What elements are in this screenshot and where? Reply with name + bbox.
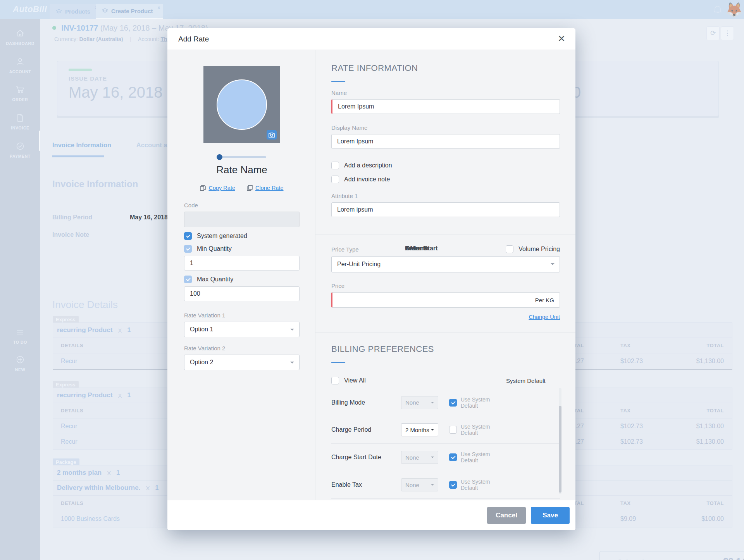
price-input[interactable]: Per KG <box>331 292 560 308</box>
clone-rate-link[interactable]: Clone Rate <box>247 185 284 191</box>
charge-period-select[interactable]: 2 Months <box>401 423 438 436</box>
currency-label: Currency: <box>54 36 78 42</box>
product-name[interactable]: recurring Product <box>57 326 113 334</box>
view-all-row: View All <box>331 377 506 384</box>
product-name[interactable]: recurring Product <box>57 391 113 399</box>
use-system-default-group: Use System Default <box>449 479 506 491</box>
use-system-default-label: Use System Default <box>461 396 506 409</box>
modal-right-column: RATE INFORMATION Name Lorem Ipsum Displa… <box>315 50 575 500</box>
scrollbar-thumb[interactable] <box>559 406 561 493</box>
section-divider <box>315 234 575 234</box>
save-button[interactable]: Save <box>531 507 570 524</box>
user-avatar[interactable]: 🦊 <box>725 1 742 18</box>
more-options-button[interactable]: ⋮ <box>721 26 734 40</box>
close-icon[interactable]: ✕ <box>558 34 565 44</box>
price-unit: Per KG <box>535 297 554 303</box>
rate-image-placeholder[interactable] <box>203 66 280 143</box>
row-tax: $102.73 <box>616 419 674 434</box>
use-system-default-checkbox[interactable] <box>449 481 457 489</box>
sidebar-item-payment[interactable]: PAYMENT <box>0 141 40 159</box>
sidebar-item-label: PAYMENT <box>0 154 40 159</box>
package-item-name[interactable]: Delivery within Melbourne. <box>57 484 140 492</box>
notifications-bell-icon[interactable] <box>712 5 723 16</box>
person-icon <box>15 57 25 67</box>
slider-handle[interactable] <box>217 154 222 160</box>
rate-information-heading: RATE INFORMATION <box>331 63 560 73</box>
sidebar-item-invoice[interactable]: INVOICE <box>0 113 40 130</box>
nav-tab-products[interactable]: Products × <box>50 4 100 19</box>
sidebar-item-order[interactable]: ORDER <box>0 84 40 102</box>
enable-tax-select: None <box>401 478 438 491</box>
use-system-default-checkbox[interactable] <box>449 426 457 434</box>
add-rate-modal: Add Rate ✕ Rate Name Copy Rate <box>167 28 575 530</box>
volume-pricing-label: Volume Pricing <box>518 246 560 253</box>
refresh-button[interactable]: ⟳ <box>706 26 720 40</box>
rate-variation-1-label: Rate Variation 1 <box>184 312 300 319</box>
card-accent-bar <box>69 69 92 71</box>
cancel-button[interactable]: Cancel <box>487 507 526 524</box>
row-label: Charge Period <box>331 426 401 433</box>
max-quantity-input[interactable]: 100 <box>184 286 300 301</box>
image-zoom-slider[interactable] <box>218 156 266 158</box>
col-tax: TAX <box>616 338 674 353</box>
subtotal-value: $2,145.45 <box>723 556 744 560</box>
package-item-name[interactable]: 2 months plan <box>57 469 102 477</box>
chevron-down-icon <box>431 484 434 487</box>
clone-rate-label[interactable]: Clone Rate <box>255 185 284 191</box>
sidebar-item-dashboard[interactable]: DASHBOARD <box>0 28 40 46</box>
view-all-checkbox[interactable] <box>331 377 339 384</box>
app-logo: AutoBill <box>13 4 47 14</box>
invoice-id[interactable]: INV-10177 <box>62 24 98 32</box>
min-quantity-checkbox[interactable] <box>184 245 192 253</box>
chevron-down-icon <box>431 457 434 460</box>
billing-row-enable-tax: Enable Tax None Use System Default Yes <box>331 471 560 499</box>
billing-preferences-heading: BILLING PREFERENCES <box>331 344 560 354</box>
sidebar-item-todo[interactable]: TO DO <box>0 327 40 345</box>
price-type-label: Price Type <box>331 246 359 253</box>
use-system-default-group: Use System Default <box>449 396 506 409</box>
upload-photo-button[interactable] <box>267 130 277 140</box>
add-description-row: Add a description <box>331 162 560 169</box>
billing-scrollbar[interactable] <box>559 388 561 494</box>
copy-rate-link[interactable]: Copy Rate <box>200 185 235 191</box>
layers-icon <box>56 9 62 14</box>
billing-row-charge-start-date: Charge Start Date None Use System Defaul… <box>331 444 560 471</box>
sidebar-item-label: INVOICE <box>0 126 40 130</box>
max-quantity-checkbox[interactable] <box>184 276 192 283</box>
billing-mode-select: None <box>401 396 438 409</box>
system-generated-row: System generated <box>184 232 300 240</box>
price-type-select[interactable]: Per-Unit Pricing <box>331 256 560 272</box>
add-description-checkbox[interactable] <box>331 162 339 169</box>
invoice-details-title: Invoice Details <box>52 299 118 311</box>
nav-tab-create-product[interactable]: Create Product × <box>96 4 163 19</box>
min-quantity-input[interactable]: 1 <box>184 256 300 271</box>
qty-x: X <box>118 392 122 399</box>
system-generated-label: System generated <box>197 233 247 240</box>
section-title: Invoice Information <box>52 179 138 190</box>
rate-variation-2-select[interactable]: Option 2 <box>184 355 300 370</box>
tab-invoice-information[interactable]: Invoice Information <box>52 141 111 148</box>
volume-pricing-checkbox[interactable] <box>506 245 513 253</box>
volume-pricing-row: Volume Pricing <box>506 245 560 253</box>
rate-variation-1-select[interactable]: Option 1 <box>184 322 300 337</box>
sidebar-item-account[interactable]: ACCOUNT <box>0 57 40 74</box>
row-tax: $9.09 <box>616 511 674 527</box>
close-tab-icon[interactable]: × <box>158 5 160 10</box>
system-generated-checkbox[interactable] <box>184 232 192 240</box>
invoice-file-icon <box>15 113 25 123</box>
add-invoice-note-checkbox[interactable] <box>331 176 339 183</box>
name-input[interactable]: Lorem Ipsum <box>331 99 560 114</box>
change-unit-link[interactable]: Change Unit <box>331 314 560 320</box>
nav-tab-label: Create Product <box>111 8 153 14</box>
sidebar-item-new[interactable]: NEW <box>0 355 40 372</box>
issue-date-label: ISSUE DATE <box>69 75 107 82</box>
use-system-default-checkbox[interactable] <box>449 453 457 461</box>
display-name-input[interactable]: Lorem Ipsum <box>331 134 560 149</box>
attribute-1-input[interactable]: Lorem ipsum <box>331 202 560 217</box>
clone-icon <box>247 185 253 191</box>
code-input <box>184 212 300 227</box>
use-system-default-label: Use System Default <box>461 451 506 464</box>
copy-rate-label[interactable]: Copy Rate <box>208 185 235 191</box>
currency-value: Dollar (Australia) <box>79 36 123 42</box>
use-system-default-checkbox[interactable] <box>449 399 457 407</box>
